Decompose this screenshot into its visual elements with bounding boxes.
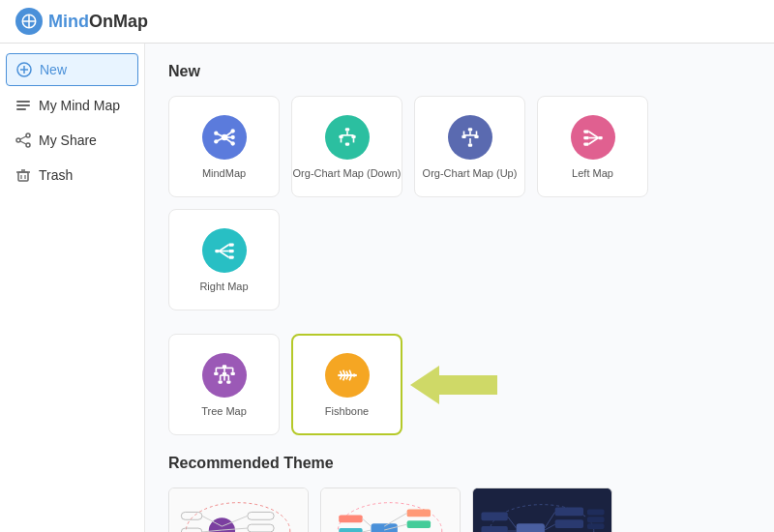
logo-text: MindOnMap [48, 12, 148, 32]
svg-rect-50 [583, 142, 588, 145]
theme-grid [168, 488, 751, 532]
svg-line-60 [219, 251, 228, 257]
fishbone-icon-circle [325, 353, 370, 398]
map-card-left-map[interactable]: Left Map [537, 96, 648, 197]
svg-rect-30 [344, 128, 348, 131]
svg-line-58 [219, 245, 228, 251]
map-card-org-chart-down[interactable]: Org-Chart Map (Down) [291, 96, 402, 197]
logo-icon [15, 8, 43, 35]
svg-rect-57 [228, 255, 233, 258]
sidebar-item-my-mind-map-label: My Mind Map [39, 98, 120, 113]
svg-marker-85 [410, 366, 497, 404]
map-card-tree-map[interactable]: Tree Map [168, 334, 280, 435]
org-chart-down-icon-circle [325, 115, 370, 160]
right-map-label: Right Map [199, 281, 248, 292]
mindmap-label: MindMap [202, 167, 246, 179]
svg-point-10 [16, 138, 20, 142]
logo-map: Map [113, 12, 148, 31]
svg-rect-113 [339, 528, 362, 532]
header: MindOnMap [0, 0, 774, 44]
share-icon [15, 133, 31, 148]
svg-rect-7 [16, 104, 30, 106]
svg-rect-108 [407, 510, 431, 517]
sidebar-item-trash-label: Trash [39, 167, 73, 183]
content-area: New MindMap Org-Chart Map (Down) [145, 44, 774, 532]
mindmap-icon-circle [202, 115, 247, 160]
tree-map-icon-circle [202, 353, 247, 398]
svg-rect-49 [583, 135, 588, 138]
svg-rect-33 [344, 142, 348, 145]
sidebar: New My Mind Map [0, 44, 145, 532]
sidebar-item-my-share[interactable]: My Share [0, 123, 144, 158]
main-layout: New My Mind Map [0, 44, 774, 532]
svg-line-51 [588, 132, 598, 138]
fishbone-arrow [410, 362, 497, 408]
org-chart-down-label: Org-Chart Map (Down) [293, 167, 402, 179]
logo-mind: Mind [48, 12, 89, 31]
svg-rect-62 [214, 371, 218, 374]
theme-card-2[interactable] [320, 488, 461, 532]
recommended-theme-title: Recommended Theme [168, 455, 751, 472]
svg-rect-86 [170, 488, 308, 532]
org-chart-up-label: Org-Chart Map (Up) [423, 167, 518, 179]
map-type-row2: Tree Map [168, 334, 751, 435]
svg-rect-6 [16, 101, 30, 103]
left-map-icon-circle [571, 115, 615, 160]
svg-rect-131 [587, 510, 605, 516]
svg-rect-56 [228, 249, 233, 251]
svg-rect-126 [517, 523, 545, 532]
svg-rect-14 [18, 172, 28, 181]
map-card-right-map[interactable]: Right Map [168, 209, 280, 310]
sidebar-item-my-share-label: My Share [39, 133, 97, 148]
svg-rect-8 [16, 108, 26, 110]
svg-rect-135 [481, 526, 507, 532]
new-section-title: New [168, 63, 751, 80]
svg-rect-133 [587, 523, 605, 529]
theme-card-1[interactable] [168, 488, 309, 532]
svg-rect-55 [228, 243, 233, 246]
svg-line-12 [20, 136, 26, 139]
trash-icon [15, 167, 31, 183]
svg-rect-47 [598, 135, 602, 138]
svg-rect-64 [230, 371, 234, 374]
svg-rect-134 [481, 512, 507, 520]
svg-rect-38 [467, 143, 471, 146]
tree-map-label: Tree Map [201, 405, 247, 417]
sidebar-item-trash[interactable]: Trash [0, 158, 144, 192]
map-card-fishbone[interactable]: Fishbone [291, 334, 402, 435]
sidebar-item-new[interactable]: New [6, 53, 138, 86]
left-map-label: Left Map [572, 167, 613, 179]
svg-rect-109 [407, 520, 431, 528]
svg-line-53 [588, 137, 598, 144]
sidebar-item-new-label: New [40, 62, 67, 77]
right-map-icon-circle [202, 228, 247, 273]
map-card-mindmap[interactable]: MindMap [168, 96, 280, 197]
plus-circle-icon [16, 62, 32, 77]
sidebar-item-my-mind-map[interactable]: My Mind Map [0, 88, 144, 123]
svg-rect-132 [587, 517, 605, 522]
svg-point-11 [26, 143, 30, 147]
svg-rect-112 [339, 515, 362, 522]
svg-rect-48 [583, 130, 588, 133]
svg-point-9 [26, 133, 30, 137]
svg-rect-41 [467, 128, 471, 131]
org-chart-up-icon-circle [448, 115, 492, 160]
svg-rect-65 [218, 380, 222, 383]
map-card-org-chart-up[interactable]: Org-Chart Map (Up) [414, 96, 525, 197]
svg-marker-84 [353, 372, 356, 376]
theme-card-3[interactable] [472, 488, 612, 532]
logo[interactable]: MindOnMap [15, 8, 148, 35]
map-type-grid-row1: MindMap Org-Chart Map (Down) [168, 96, 751, 310]
svg-rect-54 [215, 249, 219, 251]
logo-on: On [89, 12, 113, 31]
fishbone-label: Fishbone [325, 405, 369, 417]
svg-rect-128 [555, 519, 583, 528]
list-icon [15, 98, 31, 113]
svg-rect-66 [226, 380, 230, 383]
svg-rect-127 [555, 508, 583, 517]
svg-line-13 [20, 141, 26, 144]
